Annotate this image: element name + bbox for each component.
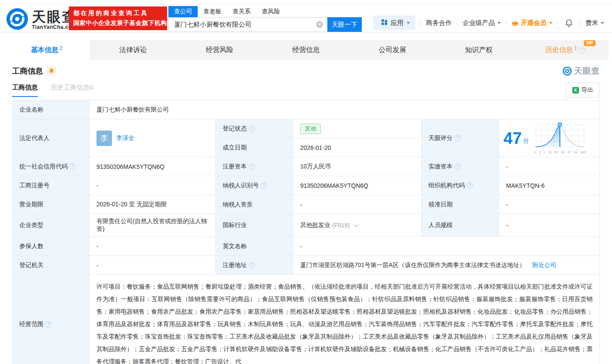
clear-search-icon[interactable]: × bbox=[316, 21, 323, 28]
nearby-companies-link[interactable]: 附近公司 bbox=[532, 261, 556, 269]
banner-line1: 都在用的商业查询工具 bbox=[73, 9, 163, 17]
status-badge: 其他 bbox=[300, 124, 321, 134]
reg-number-label: 工商注册号 bbox=[12, 176, 90, 195]
company-name-label: 企业名称 bbox=[12, 100, 90, 119]
help-icon[interactable]: ? bbox=[454, 163, 461, 170]
reg-authority-label: 登记机关 bbox=[12, 256, 90, 275]
legal-rep-link[interactable]: 李泽全 bbox=[116, 134, 134, 142]
company-type-value: 有限责任公司(自然人投资或控股的法人独资) bbox=[90, 214, 216, 237]
apps-menu-button[interactable]: 应用 bbox=[373, 16, 415, 30]
subtab-history-business-info[interactable]: 历史工商信息0 bbox=[51, 84, 93, 97]
reg-number-value: - bbox=[90, 176, 216, 195]
reg-address-label: 注册地址 ? bbox=[216, 256, 293, 275]
export-button[interactable]: X 导出 bbox=[565, 83, 600, 97]
enterprise-products-menu[interactable]: 企业级产品 bbox=[463, 19, 501, 27]
excel-icon: X bbox=[572, 87, 579, 93]
search-tab-risk[interactable]: 查风险 bbox=[256, 6, 286, 17]
company-name-value: 厦门七鲜小厨餐饮有限公司 bbox=[90, 100, 600, 119]
notification-bell-icon[interactable] bbox=[565, 19, 573, 27]
english-name-label: 英文名称 bbox=[216, 237, 293, 256]
chevron-down-icon bbox=[407, 22, 410, 24]
tianyancha-logo-icon bbox=[6, 8, 28, 32]
taxpayer-quality-value: - bbox=[293, 195, 422, 214]
tab-intellectual-property[interactable]: 知识产权 bbox=[436, 40, 522, 60]
search-area: 查公司 查老板 查关系 查风险 × 天眼一下 bbox=[168, 6, 362, 32]
business-info-table: 企业名称 厦门七鲜小厨餐饮有限公司 法定代表人 李 李泽全 登记状态 ? 其他 … bbox=[12, 100, 600, 364]
help-icon[interactable]: ? bbox=[249, 262, 255, 268]
credit-code-label: 统一社会信用代码 ? bbox=[12, 157, 90, 176]
taxpayer-id-value: 91350206MAK5YTQN6Q bbox=[293, 176, 422, 195]
help-icon[interactable]: ? bbox=[45, 321, 52, 327]
table-row: 参保人数 - 英文名称 - bbox=[12, 237, 600, 256]
table-row: 统一社会信用代码 ? 91350206MAK5YTQN6Q 注册资本 ? 10万… bbox=[12, 157, 600, 176]
search-tabs: 查公司 查老板 查关系 查风险 bbox=[168, 6, 362, 17]
search-tab-boss[interactable]: 查老板 bbox=[198, 6, 227, 17]
search-button[interactable]: 天眼一下 bbox=[327, 17, 362, 32]
site-logo[interactable]: 天眼查 TianYanCha.com bbox=[6, 8, 77, 32]
section-title: 工商信息 bbox=[12, 66, 43, 76]
chevron-down-icon bbox=[497, 22, 501, 24]
business-scope-label: 经营范围 ? bbox=[12, 275, 90, 364]
legal-rep-label: 法定代表人 bbox=[12, 119, 90, 157]
table-row: 经营范围 ? 许可项目：餐饮服务；食品互联网销售；餐厨垃圾处理；酒类经营；食品销… bbox=[12, 275, 600, 364]
establish-date-label: 成立日期 bbox=[216, 138, 293, 157]
tab-basic-info[interactable]: 基本信息2 bbox=[3, 40, 90, 60]
score-unit: 分 bbox=[523, 137, 529, 145]
taxpayer-id-label: 纳税人识别号 ? bbox=[216, 176, 293, 195]
help-icon[interactable]: ? bbox=[261, 182, 267, 189]
header-nav: 应用 商务合作 企业级产品 开通会员 bbox=[373, 16, 604, 30]
username: 费米 bbox=[585, 19, 598, 27]
tab-company-development[interactable]: 公司发展 bbox=[349, 40, 436, 60]
score-value: 47 分 bbox=[499, 119, 600, 157]
tab-operating-info[interactable]: 经营信息 bbox=[263, 40, 349, 60]
reg-authority-value: - bbox=[90, 256, 216, 275]
chevron-down-icon bbox=[549, 22, 553, 24]
monitor-bell-icon[interactable] bbox=[47, 66, 56, 76]
approval-date-value: - bbox=[499, 195, 600, 214]
table-row: 工商注册号 - 纳税人识别号 ? 91350206MAK5YTQN6Q 组织机构… bbox=[12, 176, 600, 195]
search-tab-relation[interactable]: 查关系 bbox=[227, 6, 256, 17]
industry-code: (F519) bbox=[332, 222, 350, 229]
search-tab-company[interactable]: 查公司 bbox=[168, 6, 198, 17]
tab-legal-proceedings[interactable]: 法律诉讼 bbox=[90, 40, 177, 60]
org-code-label: 组织机构代码 ? bbox=[422, 176, 499, 195]
table-row: 登记机关 - 注册地址 ? 厦门市湖里区枋湖路701号第一层A区（该住所仅限作为… bbox=[12, 256, 600, 275]
crown-icon bbox=[512, 20, 519, 26]
reg-address-value: 厦门市湖里区枋湖路701号第一层A区（该住所仅限作为商事主体法律文书送达地址） … bbox=[293, 256, 600, 275]
help-icon[interactable]: ? bbox=[579, 47, 585, 53]
reg-capital-value: 10万人民币 bbox=[293, 157, 422, 176]
help-icon[interactable]: ? bbox=[249, 125, 255, 132]
user-account-menu[interactable]: 费米 bbox=[585, 19, 604, 27]
subtab-business-info[interactable]: 工商信息 bbox=[12, 84, 38, 97]
help-icon[interactable]: ? bbox=[454, 135, 461, 141]
business-scope-value: 许可项目：餐饮服务；食品互联网销售；餐厨垃圾处理；酒类经营；食品销售。（依法须经… bbox=[90, 275, 600, 364]
tab-operating-risk[interactable]: 经营风险 bbox=[176, 40, 263, 60]
chevron-down-icon[interactable] bbox=[354, 222, 359, 227]
legal-rep-value: 李 李泽全 bbox=[90, 119, 216, 157]
chevron-down-icon bbox=[601, 22, 604, 24]
section-header: 工商信息 天眼查 bbox=[12, 65, 600, 77]
open-vip-menu[interactable]: 开通会员 bbox=[512, 19, 553, 27]
reg-status-value: 其他 bbox=[293, 119, 422, 138]
search-input[interactable] bbox=[168, 17, 327, 32]
table-row: 营业期限 2026-01-20 至 无固定期限 纳税人资质 - 核准日期 - bbox=[12, 195, 600, 214]
business-term-label: 营业期限 bbox=[12, 195, 90, 214]
tab-history-info[interactable]: VIP 历史信息 1 ? bbox=[522, 40, 609, 60]
credit-code-value: 91350206MAK5YTQN6Q bbox=[90, 157, 216, 176]
site-header: 天眼查 TianYanCha.com 都在用的商业查询工具 国家中小企业发展子基… bbox=[0, 5, 612, 33]
company-type-label: 企业类型 bbox=[12, 214, 90, 237]
score-number: 47 bbox=[503, 130, 522, 146]
reg-capital-label: 注册资本 ? bbox=[216, 157, 293, 176]
help-icon[interactable]: ? bbox=[466, 182, 473, 189]
help-icon[interactable]: ? bbox=[69, 163, 76, 170]
score-chart-axis: 0 1 3 15 50 85 97 99 100 bbox=[534, 150, 586, 154]
business-cooperation-link[interactable]: 商务合作 bbox=[426, 19, 452, 27]
industry-value: 其他批发业 (F519) bbox=[293, 214, 422, 237]
business-term-value: 2026-01-20 至 无固定期限 bbox=[90, 195, 216, 214]
insured-count-label: 参保人数 bbox=[12, 237, 90, 256]
help-icon[interactable]: ? bbox=[249, 163, 255, 170]
promo-banner: 都在用的商业查询工具 国家中小企业发展子基金旗下机构 bbox=[69, 6, 167, 30]
reg-status-label: 登记状态 ? bbox=[216, 119, 293, 138]
legal-rep-avatar[interactable]: 李 bbox=[96, 131, 112, 146]
industry-label: 国标行业 bbox=[216, 214, 293, 237]
